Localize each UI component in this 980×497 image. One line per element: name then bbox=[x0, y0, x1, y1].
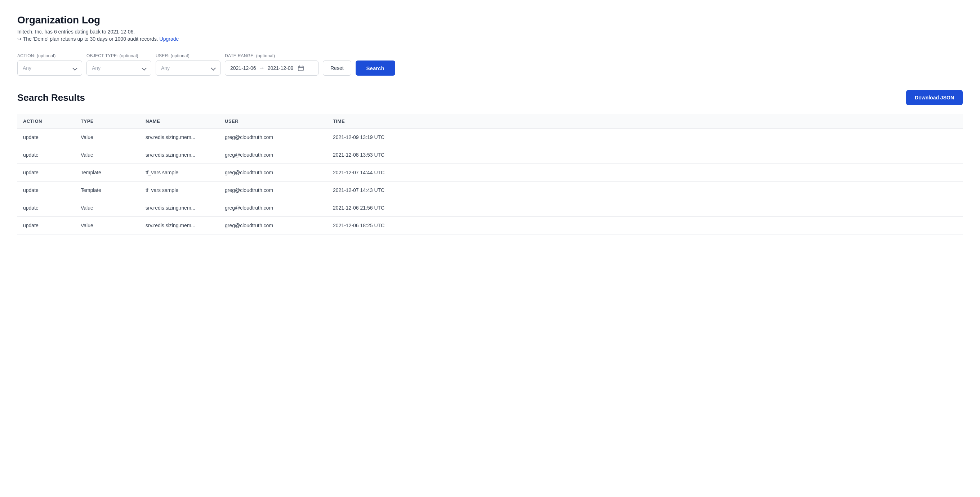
chevron-down-icon bbox=[72, 65, 78, 71]
action-select[interactable]: Any bbox=[17, 60, 82, 76]
date-range-label: DATE RANGE: (optional) bbox=[225, 53, 318, 58]
cell-time: 2021-12-06 18:25 UTC bbox=[327, 217, 963, 235]
cell-type: Value bbox=[75, 199, 140, 217]
object-type-filter-group: OBJECT TYPE: (optional) Any bbox=[86, 53, 151, 76]
cell-name: srv.redis.sizing.mem... bbox=[140, 217, 219, 235]
results-header: Search Results Download JSON bbox=[17, 90, 963, 105]
date-range-group: DATE RANGE: (optional) 2021-12-06 → 2021… bbox=[225, 53, 318, 76]
table-row: updateTemplatetf_vars samplegreg@cloudtr… bbox=[17, 164, 963, 181]
user-label: USER: (optional) bbox=[156, 53, 221, 58]
chevron-down-icon bbox=[211, 65, 216, 71]
upgrade-link[interactable]: Upgrade bbox=[160, 36, 179, 42]
date-arrow-icon: → bbox=[259, 65, 265, 71]
object-type-label: OBJECT TYPE: (optional) bbox=[86, 53, 151, 58]
cell-name: srv.redis.sizing.mem... bbox=[140, 146, 219, 164]
search-button[interactable]: Search bbox=[356, 60, 395, 76]
column-header-name: NAME bbox=[140, 114, 219, 129]
page-subtitle: Initech, Inc. has 6 entries dating back … bbox=[17, 29, 963, 35]
table-header-row: ACTION TYPE NAME USER TIME bbox=[17, 114, 963, 129]
cell-time: 2021-12-07 14:43 UTC bbox=[327, 181, 963, 199]
cell-type: Value bbox=[75, 146, 140, 164]
calendar-icon bbox=[298, 65, 304, 71]
cell-name: srv.redis.sizing.mem... bbox=[140, 199, 219, 217]
cell-action: update bbox=[17, 199, 75, 217]
object-type-select[interactable]: Any bbox=[86, 60, 151, 76]
results-title: Search Results bbox=[17, 92, 85, 103]
cell-type: Template bbox=[75, 181, 140, 199]
reset-button[interactable]: Reset bbox=[323, 60, 351, 76]
cell-name: tf_vars sample bbox=[140, 164, 219, 181]
plan-note: ↪ The 'Demo' plan retains up to 30 days … bbox=[17, 36, 963, 42]
date-to: 2021-12-09 bbox=[268, 65, 294, 71]
filters-section: ACTION: (optional) Any OBJECT TYPE: (opt… bbox=[17, 53, 963, 76]
cell-name: srv.redis.sizing.mem... bbox=[140, 129, 219, 146]
chevron-down-icon bbox=[142, 65, 146, 71]
cell-user: greg@cloudtruth.com bbox=[219, 181, 327, 199]
cell-action: update bbox=[17, 164, 75, 181]
column-header-type: TYPE bbox=[75, 114, 140, 129]
cell-name: tf_vars sample bbox=[140, 181, 219, 199]
action-label: ACTION: (optional) bbox=[17, 53, 82, 58]
cell-type: Value bbox=[75, 217, 140, 235]
table-row: updateValuesrv.redis.sizing.mem...greg@c… bbox=[17, 129, 963, 146]
download-json-button[interactable]: Download JSON bbox=[906, 90, 963, 105]
cell-time: 2021-12-07 14:44 UTC bbox=[327, 164, 963, 181]
table-row: updateValuesrv.redis.sizing.mem...greg@c… bbox=[17, 146, 963, 164]
column-header-user: USER bbox=[219, 114, 327, 129]
cell-time: 2021-12-06 21:56 UTC bbox=[327, 199, 963, 217]
date-range-input[interactable]: 2021-12-06 → 2021-12-09 bbox=[225, 60, 318, 76]
cell-time: 2021-12-08 13:53 UTC bbox=[327, 146, 963, 164]
table-row: updateTemplatetf_vars samplegreg@cloudtr… bbox=[17, 181, 963, 199]
page-title: Organization Log bbox=[17, 14, 963, 26]
cell-action: update bbox=[17, 129, 75, 146]
cell-action: update bbox=[17, 181, 75, 199]
svg-rect-0 bbox=[298, 66, 303, 71]
cell-type: Template bbox=[75, 164, 140, 181]
user-select[interactable]: Any bbox=[156, 60, 221, 76]
cell-type: Value bbox=[75, 129, 140, 146]
cell-user: greg@cloudtruth.com bbox=[219, 199, 327, 217]
column-header-time: TIME bbox=[327, 114, 963, 129]
action-filter-group: ACTION: (optional) Any bbox=[17, 53, 82, 76]
table-row: updateValuesrv.redis.sizing.mem...greg@c… bbox=[17, 199, 963, 217]
cell-user: greg@cloudtruth.com bbox=[219, 146, 327, 164]
cell-user: greg@cloudtruth.com bbox=[219, 164, 327, 181]
cell-user: greg@cloudtruth.com bbox=[219, 217, 327, 235]
column-header-action: ACTION bbox=[17, 114, 75, 129]
cell-user: greg@cloudtruth.com bbox=[219, 129, 327, 146]
cell-action: update bbox=[17, 146, 75, 164]
results-table: ACTION TYPE NAME USER TIME updateValuesr… bbox=[17, 114, 963, 235]
user-filter-group: USER: (optional) Any bbox=[156, 53, 221, 76]
date-from: 2021-12-06 bbox=[230, 65, 256, 71]
cell-action: update bbox=[17, 217, 75, 235]
table-row: updateValuesrv.redis.sizing.mem...greg@c… bbox=[17, 217, 963, 235]
cell-time: 2021-12-09 13:19 UTC bbox=[327, 129, 963, 146]
